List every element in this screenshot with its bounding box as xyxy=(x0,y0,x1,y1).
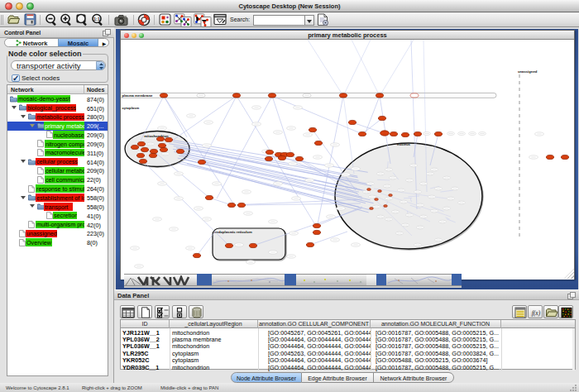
svg-text:nucleus: nucleus xyxy=(397,142,410,146)
svg-text:plasma membrane: plasma membrane xyxy=(122,93,153,98)
svg-text:f(x): f(x) xyxy=(531,308,540,316)
svg-text:unassigned: unassigned xyxy=(518,69,538,74)
svg-text:mitochondrion: mitochondrion xyxy=(144,134,169,138)
svg-text:endoplasmic reticulum: endoplasmic reticulum xyxy=(214,230,252,234)
svg-text:cytoplasm: cytoplasm xyxy=(122,106,140,110)
svg-text:1:1: 1:1 xyxy=(93,17,100,22)
